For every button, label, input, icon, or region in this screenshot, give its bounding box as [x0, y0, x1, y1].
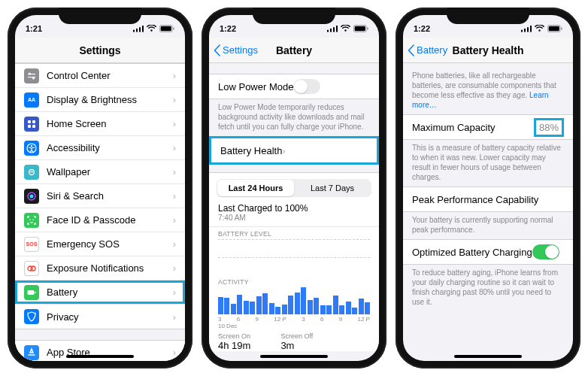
- svg-rect-21: [35, 292, 37, 293]
- optimized-charging-row[interactable]: Optimized Battery Charging: [403, 240, 573, 264]
- svg-rect-10: [32, 125, 35, 128]
- wifi-icon: [535, 25, 544, 32]
- optimized-charging-label: Optimized Battery Charging: [412, 247, 532, 258]
- cellular-signal-icon: [133, 26, 144, 32]
- row-label: Control Center: [47, 70, 173, 81]
- settings-row-face-id-passcode[interactable]: Face ID & Passcode›: [15, 208, 185, 232]
- activity-chart: [218, 287, 370, 314]
- peak-performance-row[interactable]: Peak Performance Capability: [403, 187, 573, 211]
- home-indicator[interactable]: [454, 355, 522, 358]
- settings-row-home-screen[interactable]: Home Screen›: [15, 112, 185, 136]
- chevron-left-icon: [214, 44, 221, 56]
- chevron-right-icon: ›: [173, 262, 176, 274]
- wallpaper-icon: [24, 165, 39, 180]
- cellular-signal-icon: [521, 26, 532, 32]
- row-label: Battery: [47, 287, 173, 298]
- svg-rect-31: [549, 26, 559, 32]
- segment-7d[interactable]: Last 7 Days: [294, 180, 371, 196]
- home-indicator[interactable]: [66, 355, 134, 358]
- battery-icon: [353, 25, 368, 32]
- notch: [253, 8, 335, 24]
- svg-point-17: [32, 219, 34, 220]
- status-icons: [133, 25, 174, 32]
- notch: [447, 8, 529, 24]
- screen-on-label: Screen On: [218, 332, 250, 340]
- low-power-mode-row[interactable]: Low Power Mode: [209, 74, 379, 99]
- settings-row-wallpaper[interactable]: Wallpaper›: [15, 160, 185, 184]
- chevron-right-icon: ›: [173, 347, 176, 358]
- settings-row-control-center[interactable]: Control Center›: [15, 64, 185, 88]
- screen-3: 1:22 Battery Battery Health Phone batter…: [403, 15, 573, 361]
- chart-date-label: 10 Dec: [209, 323, 379, 329]
- max-capacity-description: This is a measure of battery capacity re…: [403, 140, 573, 186]
- battery-icon: [24, 285, 39, 300]
- status-time: 1:21: [26, 24, 42, 33]
- settings-row-accessibility[interactable]: Accessibility›: [15, 136, 185, 160]
- settings-row-emergency-sos[interactable]: SOSEmergency SOS›: [15, 232, 185, 256]
- chevron-right-icon: ›: [282, 145, 285, 156]
- appstore-icon: [24, 345, 39, 360]
- chevron-right-icon: ›: [173, 70, 176, 81]
- settings-row-battery[interactable]: Battery›: [15, 280, 185, 305]
- battery-level-heading: BATTERY LEVEL: [209, 230, 379, 238]
- battery-icon: [159, 25, 174, 32]
- optimized-charging-description: To reduce battery aging, iPhone learns f…: [403, 265, 573, 311]
- svg-point-19: [31, 266, 35, 271]
- row-label: Display & Brightness: [47, 94, 173, 105]
- svg-point-5: [32, 77, 35, 79]
- svg-point-12: [31, 144, 32, 146]
- settings-row-siri-search[interactable]: Siri & Search›: [15, 184, 185, 208]
- screen-off-label: Screen Off: [280, 332, 313, 340]
- status-icons: [521, 25, 562, 32]
- usage-stats: Screen On 4h 19m Screen Off 3m: [209, 329, 379, 351]
- row-label: Accessibility: [47, 142, 173, 153]
- screen-2: 1:22 Settings Battery Low Power Mode: [209, 15, 379, 361]
- row-label: Emergency SOS: [47, 238, 173, 250]
- control-center-icon: [24, 68, 39, 83]
- peak-performance-label: Peak Performance Capability: [412, 194, 538, 205]
- screen-1: 1:21 Settings Control Center›AADisplay &…: [15, 15, 185, 361]
- svg-rect-20: [28, 290, 35, 295]
- row-label: Privacy: [47, 311, 173, 323]
- chevron-right-icon: ›: [173, 142, 176, 153]
- back-button[interactable]: Settings: [214, 44, 258, 56]
- chevron-right-icon: ›: [173, 190, 176, 202]
- back-button[interactable]: Battery: [408, 44, 447, 56]
- back-label: Battery: [417, 44, 447, 56]
- home-screen-icon: [24, 117, 39, 132]
- chevron-right-icon: ›: [173, 238, 176, 250]
- page-title: Settings: [79, 44, 120, 56]
- settings-group-1: Control Center›AADisplay & Brightness›Ho…: [15, 63, 185, 329]
- display-icon: AA: [24, 92, 39, 108]
- battery-health-content[interactable]: Phone batteries, like all rechargeable b…: [403, 63, 573, 361]
- svg-rect-28: [355, 26, 365, 32]
- max-capacity-label: Maximum Capacity: [412, 122, 496, 133]
- time-range-segmented[interactable]: Last 24 Hours Last 7 Days: [217, 179, 371, 197]
- battery-health-row[interactable]: Battery Health ›: [211, 138, 377, 162]
- accessibility-icon: [24, 141, 39, 156]
- segment-24h[interactable]: Last 24 Hours: [217, 180, 294, 196]
- row-label: Exposure Notifications: [47, 262, 173, 274]
- settings-row-exposure-notifications[interactable]: Exposure Notifications›: [15, 256, 185, 280]
- optimized-charging-toggle[interactable]: [532, 244, 559, 259]
- settings-row-display-brightness[interactable]: AADisplay & Brightness›: [15, 88, 185, 112]
- cellular-signal-icon: [327, 26, 338, 32]
- low-power-toggle[interactable]: [293, 79, 320, 94]
- svg-point-16: [29, 219, 31, 220]
- svg-point-15: [30, 194, 34, 198]
- chevron-left-icon: [408, 44, 415, 56]
- svg-rect-1: [161, 26, 171, 32]
- battery-content[interactable]: Low Power Mode Low Power Mode temporaril…: [209, 63, 379, 361]
- nav-bar: Settings: [15, 38, 185, 63]
- status-time: 1:22: [220, 24, 236, 33]
- svg-rect-7: [28, 120, 31, 123]
- settings-row-privacy[interactable]: Privacy›: [15, 305, 185, 329]
- home-indicator[interactable]: [260, 355, 328, 358]
- wifi-icon: [341, 25, 350, 32]
- peak-performance-description: Your battery is currently supporting nor…: [403, 212, 573, 239]
- row-label: Face ID & Passcode: [47, 214, 173, 226]
- settings-list[interactable]: Control Center›AADisplay & Brightness›Ho…: [15, 63, 185, 361]
- privacy-icon: [24, 309, 39, 324]
- low-power-description: Low Power Mode temporarily reduces backg…: [209, 99, 379, 136]
- row-label: Wallpaper: [47, 166, 173, 177]
